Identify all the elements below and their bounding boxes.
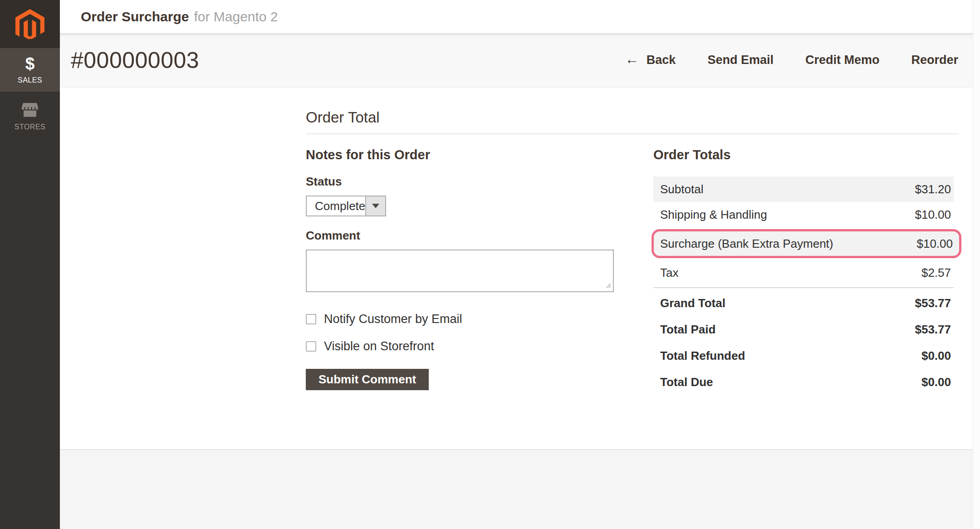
section-divider xyxy=(306,133,959,134)
magento-logo-icon xyxy=(15,9,44,39)
dollar-icon: $ xyxy=(25,55,35,72)
totals-row-subtotal: Subtotal $31.20 xyxy=(653,176,954,202)
section-title: Order Total xyxy=(306,109,980,126)
comment-field-wrap xyxy=(306,250,614,292)
totals-row-label: Tax xyxy=(660,266,678,280)
totals-row-label: Shipping & Handling xyxy=(660,208,767,222)
page-footer xyxy=(60,449,980,529)
totals-row-label: Subtotal xyxy=(660,182,703,196)
visible-storefront-checkbox-row: Visible on Storefront xyxy=(306,339,614,353)
order-notes-panel: Notes for this Order Status Complete Com… xyxy=(306,147,614,395)
notes-heading: Notes for this Order xyxy=(306,147,614,162)
totals-row-total-refunded: Total Refunded $0.00 xyxy=(653,343,954,369)
page-title: #000000003 xyxy=(71,47,199,73)
sidebar-item-label: SALES xyxy=(18,76,42,84)
totals-row-label: Surcharge (Bank Extra Payment) xyxy=(660,237,833,251)
chevron-down-icon[interactable] xyxy=(365,196,385,216)
main-area: Order Surcharge for Magento 2 #000000003… xyxy=(60,0,980,529)
status-label: Status xyxy=(306,175,614,189)
totals-table: Subtotal $31.20 Shipping & Handling $10.… xyxy=(653,176,954,395)
visible-storefront-label: Visible on Storefront xyxy=(324,339,434,353)
store-icon xyxy=(22,103,38,119)
comment-textarea[interactable] xyxy=(306,250,614,292)
totals-row-label: Total Refunded xyxy=(660,349,745,363)
send-email-button[interactable]: Send Email xyxy=(707,53,774,67)
totals-row-value: $31.20 xyxy=(915,182,951,196)
notify-customer-checkbox[interactable] xyxy=(306,314,316,324)
totals-heading: Order Totals xyxy=(653,147,954,162)
totals-row-value: $10.00 xyxy=(915,208,951,222)
totals-row-label: Total Paid xyxy=(660,323,715,337)
page-actions: ← Back Send Email Credit Memo Reorder xyxy=(593,53,958,67)
visible-storefront-checkbox[interactable] xyxy=(306,341,316,352)
totals-row-value: $10.00 xyxy=(916,237,953,251)
content-columns: Notes for this Order Status Complete Com… xyxy=(306,147,959,395)
totals-row-value: $53.77 xyxy=(915,323,951,337)
totals-row-value: $2.57 xyxy=(921,266,951,280)
totals-row-surcharge-highlighted: Surcharge (Bank Extra Payment) $10.00 xyxy=(652,229,961,258)
totals-row-total-due: Total Due $0.00 xyxy=(653,369,954,395)
totals-row-label: Total Due xyxy=(660,375,713,389)
app-subtitle: for Magento 2 xyxy=(194,9,278,24)
notify-customer-label: Notify Customer by Email xyxy=(324,312,462,326)
order-totals-panel: Order Totals Subtotal $31.20 Shipping & … xyxy=(653,147,954,395)
totals-row-value: $53.77 xyxy=(915,296,951,310)
back-button[interactable]: ← Back xyxy=(625,53,676,67)
sidebar-item-sales[interactable]: $ SALES xyxy=(0,48,60,92)
status-select[interactable]: Complete xyxy=(306,196,386,216)
top-bar: Order Surcharge for Magento 2 xyxy=(60,0,980,33)
back-button-label: Back xyxy=(647,53,676,67)
reorder-button[interactable]: Reorder xyxy=(911,53,958,67)
sidebar-item-label: STORES xyxy=(15,123,46,131)
status-select-value: Complete xyxy=(307,196,365,216)
scrollbar-track[interactable] xyxy=(973,0,980,529)
admin-sidebar: $ SALES xyxy=(0,0,60,529)
notify-customer-checkbox-row: Notify Customer by Email xyxy=(306,312,614,326)
magento-logo[interactable] xyxy=(0,0,60,48)
totals-row-grand-total: Grand Total $53.77 xyxy=(653,290,954,316)
sidebar-item-stores[interactable]: STORES xyxy=(0,92,60,142)
totals-row-tax: Tax $2.57 xyxy=(653,260,954,285)
submit-comment-button[interactable]: Submit Comment xyxy=(306,369,429,390)
totals-row-value: $0.00 xyxy=(921,375,951,389)
credit-memo-button[interactable]: Credit Memo xyxy=(805,53,880,67)
totals-row-value: $0.00 xyxy=(921,349,951,363)
page-body: Order Total Notes for this Order Status … xyxy=(60,88,980,449)
comment-label: Comment xyxy=(306,229,614,243)
totals-row-label: Grand Total xyxy=(660,296,725,310)
resize-handle-icon[interactable] xyxy=(605,282,612,289)
sidebar-nav: $ SALES xyxy=(0,48,60,142)
totals-separator xyxy=(653,287,954,288)
back-arrow-icon: ← xyxy=(625,52,639,66)
totals-row-total-paid: Total Paid $53.77 xyxy=(653,316,954,343)
app-title: Order Surcharge xyxy=(81,9,189,24)
magento-admin-window: $ SALES xyxy=(0,0,980,529)
totals-row-shipping: Shipping & Handling $10.00 xyxy=(653,202,954,227)
page-header: #000000003 ← Back Send Email Credit Memo… xyxy=(60,33,980,88)
